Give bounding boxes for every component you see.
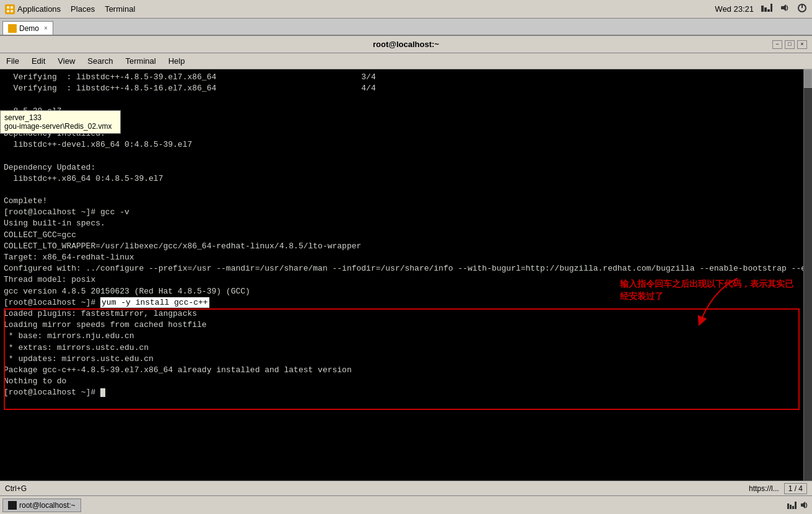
svg-rect-1 [11,6,13,9]
svg-rect-12 [790,505,792,509]
terminal-label: Terminal [105,4,135,14]
status-bar: Ctrl+G https://l... 1 / 4 [0,481,812,495]
page-info: 1 / 4 [784,483,807,494]
minimize-button[interactable]: − [772,40,782,49]
shortcut-hint: Ctrl+G [5,484,27,493]
places-menu[interactable]: Places [71,4,95,14]
clock: Wed 23:21 [715,4,754,14]
taskbar-icons [787,501,810,510]
power-icon[interactable] [797,3,807,15]
terminal-menu[interactable]: Terminal [105,4,135,14]
terminal-menu-bar: File Edit View Search Terminal Help [0,53,812,69]
svg-rect-3 [11,10,13,12]
window-controls: − □ × [772,40,807,49]
status-bar-right: https://l... 1 / 4 [749,483,807,494]
scroll-thumb[interactable] [804,69,812,88]
view-menu[interactable]: View [54,55,79,67]
svg-rect-5 [764,7,767,12]
svg-rect-6 [767,9,770,12]
tooltip-line2: gou-image-server\Redis_02.vmx [4,122,116,131]
edit-menu[interactable]: Edit [28,55,49,67]
url-hint: https://l... [749,484,779,493]
svg-rect-7 [771,4,772,12]
tab-icon [8,24,17,33]
svg-marker-8 [781,4,786,11]
scrollbar[interactable] [803,69,812,514]
places-label: Places [71,4,95,14]
terminal-title: root@localhost:~ [373,40,439,49]
help-menu[interactable]: Help [165,55,189,67]
terminal-title-bar: root@localhost:~ − □ × [0,36,812,53]
svg-rect-11 [787,503,789,509]
maximize-button[interactable]: □ [785,40,795,49]
applications-label: Applications [17,4,61,14]
applications-menu[interactable]: Applications [5,4,61,14]
terminal-window: root@localhost:~ − □ × File Edit View Se… [0,36,812,514]
network-tray-icon [787,501,797,510]
svg-rect-0 [7,6,9,9]
terminal-body: Verifying : libstdc++-4.8.5-39.el7.x86_6… [0,69,812,514]
tooltip-popup: server_133 gou-image-server\Redis_02.vmx [0,110,121,134]
tab-label: Demo [19,24,39,33]
taskbar-icon [8,501,17,510]
svg-rect-13 [792,506,794,509]
system-bar: Applications Places Terminal Wed 23:21 [0,0,812,19]
terminal-output: Verifying : libstdc++-4.8.5-39.el7.x86_6… [4,72,808,398]
taskbar-right [787,501,810,510]
svg-marker-15 [801,502,805,508]
svg-rect-2 [7,10,9,12]
network-icon [761,4,772,14]
terminal-content[interactable]: Verifying : libstdc++-4.8.5-39.el7.x86_6… [0,69,812,514]
svg-rect-4 [761,6,764,12]
tooltip-line1: server_133 [4,113,116,122]
file-menu[interactable]: File [2,55,23,67]
taskbar-terminal[interactable]: root@localhost:~ [2,499,81,512]
search-menu[interactable]: Search [84,55,116,67]
app-icon [5,4,15,14]
tab-bar: Demo × [0,19,812,36]
volume-icon [780,4,790,14]
svg-rect-14 [795,502,797,509]
tab-close-button[interactable]: × [44,25,48,32]
taskbar-label: root@localhost:~ [19,501,76,510]
close-button[interactable]: × [797,40,807,49]
taskbar: root@localhost:~ [0,495,812,514]
volume-tray-icon [800,501,810,510]
system-bar-right: Wed 23:21 [715,3,807,15]
demo-tab[interactable]: Demo × [2,21,53,35]
system-bar-left: Applications Places Terminal [5,4,135,14]
terminal-app-menu[interactable]: Terminal [122,55,160,67]
